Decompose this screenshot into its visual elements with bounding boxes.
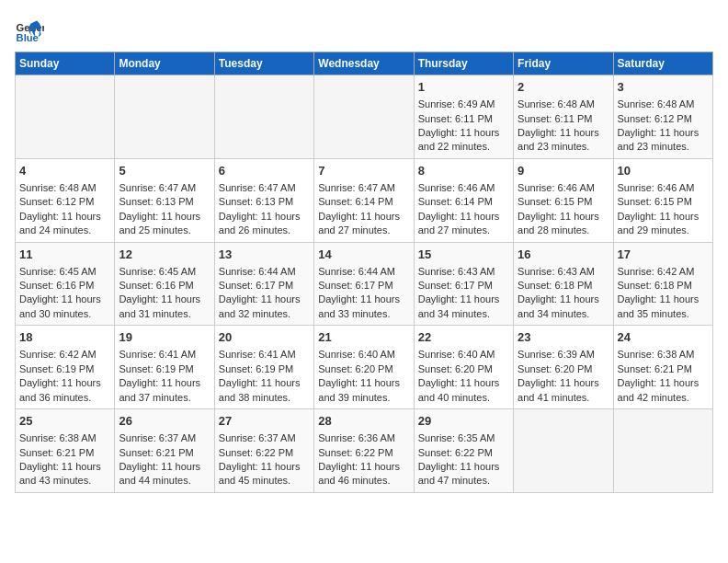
- day-number: 20: [219, 329, 310, 346]
- daylight-minutes: and 26 minutes.: [219, 224, 290, 236]
- daylight-text: Daylight: 11 hours: [618, 293, 700, 304]
- daylight-minutes: and 46 minutes.: [318, 475, 390, 486]
- daylight-text: Daylight: 11 hours: [119, 293, 200, 304]
- daylight-minutes: and 23 minutes.: [618, 141, 689, 152]
- daylight-text: Daylight: 11 hours: [418, 127, 500, 138]
- daylight-text: Daylight: 11 hours: [119, 377, 200, 388]
- daylight-minutes: and 44 minutes.: [119, 475, 190, 486]
- calendar-week-4: 18Sunrise: 6:42 AMSunset: 6:19 PMDayligh…: [16, 326, 713, 409]
- calendar-cell: 6Sunrise: 6:47 AMSunset: 6:13 PMDaylight…: [214, 158, 313, 242]
- daylight-minutes: and 35 minutes.: [618, 308, 689, 319]
- sunset-text: Sunset: 6:21 PM: [618, 363, 692, 374]
- sunrise-text: Sunrise: 6:37 AM: [219, 432, 296, 443]
- sunset-text: Sunset: 6:17 PM: [418, 280, 493, 291]
- sunset-text: Sunset: 6:15 PM: [518, 196, 592, 207]
- day-number: 26: [119, 413, 210, 430]
- sunrise-text: Sunrise: 6:46 AM: [618, 182, 695, 193]
- sunset-text: Sunset: 6:21 PM: [119, 447, 193, 458]
- calendar-cell: 14Sunrise: 6:44 AMSunset: 6:17 PMDayligh…: [314, 242, 414, 326]
- daylight-minutes: and 23 minutes.: [518, 141, 589, 152]
- daylight-text: Daylight: 11 hours: [418, 377, 500, 388]
- day-number: 7: [318, 163, 409, 179]
- calendar-cell: 22Sunrise: 6:40 AMSunset: 6:20 PMDayligh…: [414, 326, 513, 409]
- daylight-minutes: and 41 minutes.: [518, 392, 589, 403]
- calendar-cell: 13Sunrise: 6:44 AMSunset: 6:17 PMDayligh…: [214, 242, 313, 326]
- sunset-text: Sunset: 6:11 PM: [518, 113, 592, 124]
- sunset-text: Sunset: 6:11 PM: [418, 113, 493, 124]
- sunset-text: Sunset: 6:14 PM: [418, 196, 493, 207]
- calendar-cell: 9Sunrise: 6:46 AMSunset: 6:15 PMDaylight…: [514, 158, 613, 242]
- col-header-thursday: Thursday: [414, 52, 513, 75]
- sunrise-text: Sunrise: 6:48 AM: [19, 182, 97, 193]
- daylight-minutes: and 47 minutes.: [418, 475, 490, 486]
- day-number: 25: [19, 413, 110, 430]
- day-number: 3: [618, 79, 709, 96]
- daylight-text: Daylight: 11 hours: [219, 377, 301, 388]
- day-number: 21: [318, 329, 409, 346]
- day-number: 4: [19, 163, 110, 179]
- daylight-text: Daylight: 11 hours: [19, 377, 101, 388]
- sunrise-text: Sunrise: 6:40 AM: [418, 349, 495, 360]
- daylight-minutes: and 27 minutes.: [418, 224, 490, 236]
- sunset-text: Sunset: 6:20 PM: [418, 363, 493, 374]
- calendar-week-3: 11Sunrise: 6:45 AMSunset: 6:16 PMDayligh…: [16, 242, 713, 326]
- daylight-minutes: and 27 minutes.: [318, 224, 390, 236]
- calendar-cell: 23Sunrise: 6:39 AMSunset: 6:20 PMDayligh…: [514, 326, 613, 409]
- calendar-cell: 4Sunrise: 6:48 AMSunset: 6:12 PMDaylight…: [16, 158, 115, 242]
- col-header-friday: Friday: [514, 52, 613, 75]
- daylight-minutes: and 32 minutes.: [219, 308, 290, 319]
- calendar-cell: 26Sunrise: 6:37 AMSunset: 6:21 PMDayligh…: [115, 409, 214, 493]
- sunrise-text: Sunrise: 6:42 AM: [19, 349, 97, 360]
- day-number: 11: [19, 247, 110, 263]
- calendar-cell: 15Sunrise: 6:43 AMSunset: 6:17 PMDayligh…: [414, 242, 513, 326]
- sunset-text: Sunset: 6:17 PM: [219, 280, 293, 291]
- daylight-text: Daylight: 11 hours: [618, 377, 700, 388]
- day-number: 22: [418, 329, 509, 346]
- daylight-minutes: and 40 minutes.: [418, 392, 490, 403]
- sunrise-text: Sunrise: 6:48 AM: [618, 98, 695, 109]
- daylight-minutes: and 22 minutes.: [418, 141, 490, 152]
- sunrise-text: Sunrise: 6:43 AM: [418, 266, 495, 277]
- sunset-text: Sunset: 6:19 PM: [119, 363, 193, 374]
- sunrise-text: Sunrise: 6:45 AM: [119, 266, 196, 277]
- calendar-cell: [314, 75, 414, 159]
- calendar-cell: 24Sunrise: 6:38 AMSunset: 6:21 PMDayligh…: [613, 326, 712, 409]
- daylight-text: Daylight: 11 hours: [518, 293, 599, 304]
- daylight-minutes: and 39 minutes.: [318, 392, 390, 403]
- sunrise-text: Sunrise: 6:46 AM: [418, 182, 495, 193]
- day-number: 9: [518, 163, 609, 179]
- day-number: 23: [518, 329, 609, 346]
- day-number: 18: [19, 329, 110, 346]
- sunset-text: Sunset: 6:19 PM: [219, 363, 293, 374]
- daylight-text: Daylight: 11 hours: [318, 377, 400, 388]
- logo: General Blue: [15, 15, 44, 44]
- daylight-text: Daylight: 11 hours: [318, 211, 400, 222]
- col-header-monday: Monday: [115, 52, 214, 75]
- day-number: 16: [518, 247, 609, 263]
- sunrise-text: Sunrise: 6:44 AM: [318, 266, 395, 277]
- col-header-tuesday: Tuesday: [214, 52, 313, 75]
- calendar-cell: [16, 75, 115, 159]
- sunrise-text: Sunrise: 6:35 AM: [418, 432, 495, 443]
- sunrise-text: Sunrise: 6:38 AM: [19, 432, 97, 443]
- daylight-minutes: and 28 minutes.: [518, 224, 589, 236]
- sunset-text: Sunset: 6:19 PM: [19, 363, 94, 374]
- calendar-cell: 29Sunrise: 6:35 AMSunset: 6:22 PMDayligh…: [414, 409, 513, 493]
- calendar-cell: 18Sunrise: 6:42 AMSunset: 6:19 PMDayligh…: [16, 326, 115, 409]
- daylight-text: Daylight: 11 hours: [119, 461, 200, 472]
- day-number: 8: [418, 163, 509, 179]
- calendar-cell: 17Sunrise: 6:42 AMSunset: 6:18 PMDayligh…: [613, 242, 712, 326]
- daylight-text: Daylight: 11 hours: [219, 293, 301, 304]
- sunset-text: Sunset: 6:13 PM: [119, 196, 193, 207]
- daylight-minutes: and 33 minutes.: [318, 308, 390, 319]
- calendar-cell: 3Sunrise: 6:48 AMSunset: 6:12 PMDaylight…: [613, 75, 712, 159]
- sunrise-text: Sunrise: 6:37 AM: [119, 432, 196, 443]
- sunrise-text: Sunrise: 6:44 AM: [219, 266, 296, 277]
- sunrise-text: Sunrise: 6:47 AM: [219, 182, 296, 193]
- sunset-text: Sunset: 6:14 PM: [318, 196, 392, 207]
- daylight-text: Daylight: 11 hours: [19, 461, 101, 472]
- day-number: 19: [119, 329, 210, 346]
- calendar-cell: 27Sunrise: 6:37 AMSunset: 6:22 PMDayligh…: [214, 409, 313, 493]
- calendar-week-1: 1Sunrise: 6:49 AMSunset: 6:11 PMDaylight…: [16, 75, 713, 159]
- daylight-minutes: and 34 minutes.: [418, 308, 490, 319]
